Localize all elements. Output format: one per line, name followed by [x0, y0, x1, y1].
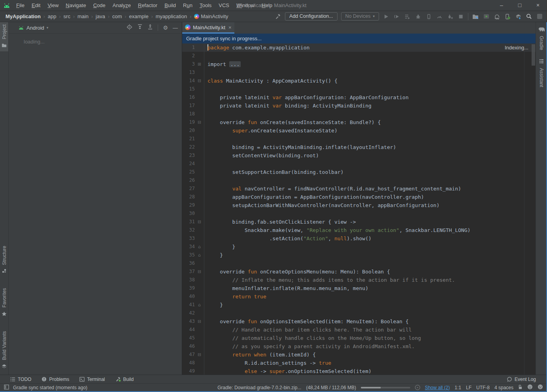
settings-gear-icon[interactable]: ⚙	[163, 24, 168, 31]
feedback-dissatisfied-icon[interactable]	[538, 384, 543, 391]
toolwindow-tab-gradle[interactable]: Gradle	[538, 22, 545, 54]
fold-marker[interactable]: ⊟	[195, 268, 204, 276]
line-number[interactable]: 27	[182, 185, 195, 193]
line-number[interactable]: 47	[182, 351, 195, 359]
code-line[interactable]: 33 .setAction("Action", null).show()	[182, 234, 536, 243]
code-line[interactable]: 46 // as you specify a parent activity i…	[182, 342, 536, 351]
line-number[interactable]: 19	[182, 118, 195, 126]
breadcrumb-item-mainactivity[interactable]: KMainActivity	[193, 13, 229, 19]
toolwindow-switcher-icon[interactable]	[4, 384, 9, 391]
code-line[interactable]: 48 R.id.action_settings -> true	[182, 359, 536, 367]
code-line[interactable]: 24	[182, 160, 536, 168]
sdk-manager-icon[interactable]	[515, 13, 522, 20]
event-log-button[interactable]: Event Log	[507, 377, 536, 382]
expand-all-icon[interactable]	[137, 24, 143, 31]
line-number[interactable]: 30	[182, 209, 195, 218]
fold-marker[interactable]: ⊟	[195, 77, 204, 85]
code-line[interactable]: 26	[182, 176, 536, 185]
code-line[interactable]: 31⊟ binding.fab.setOnClickListener { vie…	[182, 218, 536, 226]
fold-marker[interactable]: ⌂	[195, 301, 204, 309]
menu-view[interactable]: View	[44, 0, 62, 11]
code-line[interactable]: 38 // Inflate the menu; this adds items …	[182, 276, 536, 284]
caret-position-widget[interactable]: 1:1	[455, 385, 461, 390]
code-line[interactable]: 18	[182, 110, 536, 118]
add-configuration-button[interactable]: Add Configuration...	[285, 12, 338, 21]
show-all-link[interactable]: Show all (2)	[425, 385, 450, 390]
line-number[interactable]: 46	[182, 342, 195, 351]
code-line[interactable]: 34⌂ }	[182, 243, 536, 251]
line-number[interactable]: 40	[182, 292, 195, 301]
breadcrumb-item-myapplication[interactable]: MyApplication	[5, 13, 41, 19]
code-line[interactable]: 47⊟ return when (item.itemId) {	[182, 351, 536, 359]
project-view-selector[interactable]: Android ▾	[18, 25, 48, 31]
line-number[interactable]: 21	[182, 135, 195, 143]
breadcrumb-item-example[interactable]: example	[128, 13, 149, 19]
line-number[interactable]: 43	[182, 317, 195, 326]
line-number[interactable]: 26	[182, 176, 195, 185]
line-number[interactable]: 39	[182, 284, 195, 292]
line-separator-widget[interactable]: LF	[466, 385, 472, 390]
code-line[interactable]: 35⌂ }	[182, 251, 536, 259]
code-line[interactable]: 40 return true	[182, 292, 536, 301]
fold-marker[interactable]: ⌂	[195, 243, 204, 251]
menu-analyze[interactable]: Analyze	[109, 0, 134, 11]
code-line[interactable]: 3⊞import ...	[182, 60, 536, 68]
code-line[interactable]: 20 super.onCreate(savedInstanceState)	[182, 126, 536, 135]
code-line[interactable]: 41⌂ }	[182, 301, 536, 309]
menu-code[interactable]: Code	[90, 0, 109, 11]
line-number[interactable]: 23	[182, 151, 195, 160]
code-line[interactable]: 13	[182, 68, 536, 77]
line-number[interactable]: 16	[182, 93, 195, 102]
locate-file-icon[interactable]	[126, 24, 132, 32]
code-line[interactable]: 23 setContentView(binding.root)	[182, 151, 536, 160]
line-number[interactable]: 45	[182, 334, 195, 342]
line-number[interactable]: 36	[182, 259, 195, 268]
code-line[interactable]: 43⊟ override fun onOptionsItemSelected(i…	[182, 317, 536, 326]
line-number[interactable]: 18	[182, 110, 195, 118]
breadcrumb-item-src[interactable]: src	[63, 13, 71, 19]
code-line[interactable]: 14⊟class MainActivity : AppCompatActivit…	[182, 77, 536, 85]
toolwindow-tab-assistant[interactable]: Assistant	[539, 54, 544, 91]
toolwindow-tab-structure[interactable]: Structure	[0, 243, 8, 277]
search-everywhere-icon[interactable]	[525, 13, 532, 20]
collapse-all-icon[interactable]	[147, 24, 153, 31]
toolwindow-button-build[interactable]: Build	[115, 377, 134, 382]
breadcrumb-item-myapplication[interactable]: myapplication	[155, 13, 188, 19]
run-with-coverage-icon[interactable]	[404, 13, 411, 20]
stop-icon[interactable]	[457, 13, 464, 20]
menu-vcs[interactable]: VCS	[215, 0, 233, 11]
code-editor[interactable]: 1package com.example.myapplication23⊞imp…	[182, 43, 536, 375]
menu-build[interactable]: Build	[161, 0, 179, 11]
code-line[interactable]: 32 Snackbar.make(view, "Replace with you…	[182, 226, 536, 234]
line-number[interactable]: 33	[182, 234, 195, 243]
sync-project-with-gradle-icon[interactable]	[493, 13, 500, 20]
line-number[interactable]: 34	[182, 243, 195, 251]
code-line[interactable]: 30	[182, 209, 536, 218]
hide-panel-icon[interactable]: —	[173, 25, 178, 31]
fold-marker[interactable]: ⌂	[195, 251, 204, 259]
code-line[interactable]: 2	[182, 52, 536, 60]
line-number[interactable]: 49	[182, 367, 195, 375]
attach-debugger-icon[interactable]	[447, 13, 454, 20]
fold-marker[interactable]: ⊟	[195, 218, 204, 226]
attach-debugger-to-process-icon[interactable]	[504, 13, 511, 20]
code-line[interactable]: 15	[182, 85, 536, 93]
close-button[interactable]: ×	[529, 0, 547, 11]
run-icon[interactable]	[383, 13, 390, 20]
debug-icon[interactable]	[415, 13, 422, 20]
indent-widget[interactable]: 4 spaces	[494, 385, 513, 390]
line-number[interactable]: 17	[182, 102, 195, 110]
toolwindow-button-problems[interactable]: Problems	[41, 377, 69, 382]
code-line[interactable]: 19⊟ override fun onCreate(savedInstanceS…	[182, 118, 536, 126]
line-number[interactable]: 42	[182, 309, 195, 317]
code-line[interactable]: 16 private lateinit var appBarConfigurat…	[182, 93, 536, 102]
line-number[interactable]: 1	[182, 43, 195, 52]
code-line[interactable]: 42	[182, 309, 536, 317]
line-number[interactable]: 22	[182, 143, 195, 151]
code-line[interactable]: 25 setSupportActionBar(binding.toolbar)	[182, 168, 536, 176]
fold-marker[interactable]: ⊟	[195, 317, 204, 326]
code-line[interactable]: 37⊟ override fun onCreateOptionsMenu(men…	[182, 268, 536, 276]
feedback-satisfied-icon[interactable]	[527, 384, 533, 391]
line-number[interactable]: 15	[182, 85, 195, 93]
close-icon[interactable]: ×	[228, 24, 232, 30]
